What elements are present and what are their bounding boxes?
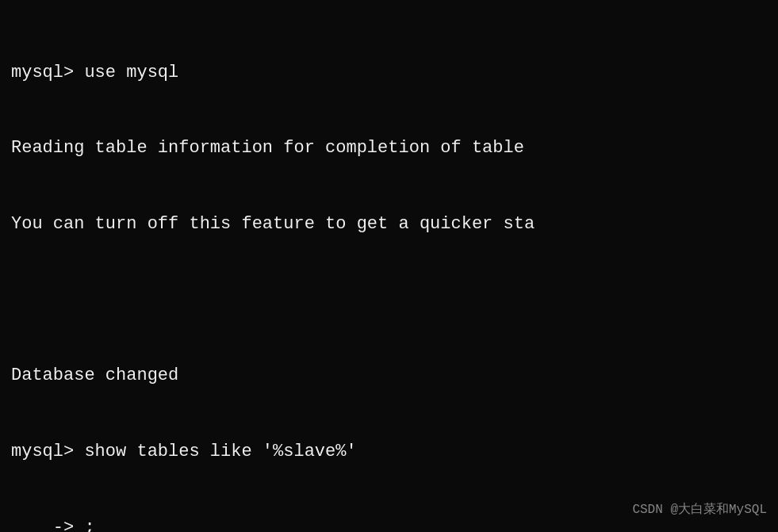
terminal-line-3: You can turn off this feature to get a q… xyxy=(11,212,767,237)
terminal-line-2: Reading table information for completion… xyxy=(11,136,767,161)
terminal-line-4 xyxy=(11,288,767,313)
terminal-output: mysql> use mysql Reading table informati… xyxy=(11,10,767,532)
terminal-line-6: mysql> show tables like '%slave%' xyxy=(11,439,767,465)
terminal-line-1: mysql> use mysql xyxy=(11,60,767,86)
terminal-line-5: Database changed xyxy=(11,363,767,388)
watermark: CSDN @大白菜和MySQL xyxy=(632,501,767,519)
